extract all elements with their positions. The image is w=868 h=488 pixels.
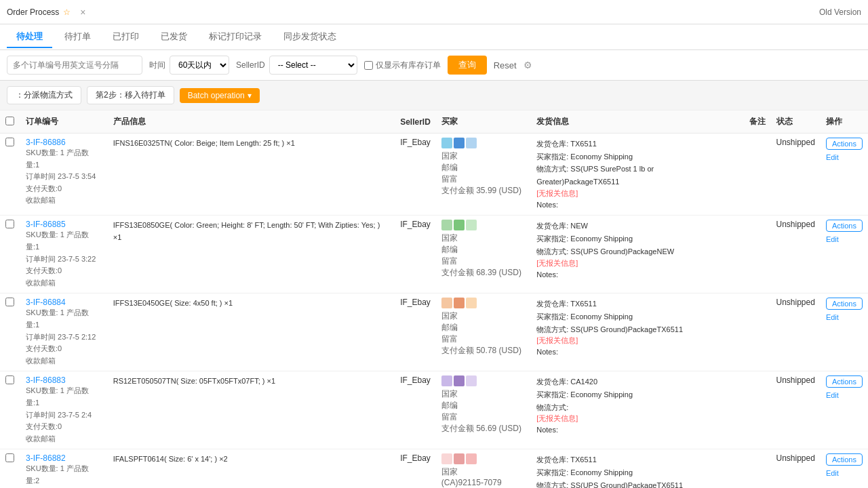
row-order-info: 3-IF-86884 SKU数量: 1 产品数量:1 订单时间 23-7-5 2… <box>20 293 108 371</box>
time-select[interactable]: 60天以内 30天以内 15天以内 7天以内 <box>170 56 229 75</box>
row-checkbox-cell <box>0 371 20 449</box>
order-number-input[interactable] <box>7 56 142 75</box>
tab-待打单[interactable]: 待打单 <box>55 26 100 48</box>
row-seller-id: IF_Ebay <box>395 371 436 449</box>
tab-同步发货状态[interactable]: 同步发货状态 <box>274 26 346 48</box>
row-checkbox[interactable] <box>5 298 14 306</box>
buyer-country: 国家 <box>441 310 526 322</box>
row-shipping-info: 发货仓库: TX6511 买家指定: Economy Shipping 物流方式… <box>531 134 743 216</box>
orders-table: 订单编号 产品信息 SellerID 买家 发货信息 备注 状态 操作 3-IF… <box>0 110 868 488</box>
row-buyer: 国家 邮编 留富 支付金额 56.69 (USD) <box>436 371 531 449</box>
seller-id-label: SellerID <box>236 60 265 70</box>
seller-id-select[interactable]: -- Select -- <box>269 56 357 75</box>
buyer-postal: 邮编 <box>441 322 526 333</box>
header-product-info: 产品信息 <box>108 110 395 134</box>
shipping-method-info: 物流方式: SS(UPS Ground)PackageTX6511 <box>536 479 738 488</box>
step2-label[interactable]: 第2步：移入待打单 <box>87 86 174 104</box>
header-order-number: 订单编号 <box>20 110 108 134</box>
actions-button[interactable]: Actions <box>826 375 863 388</box>
row-product: IFFS13E0850GE( Color: Green; Height: 8' … <box>108 216 395 293</box>
avatar-block <box>441 220 452 230</box>
order-id-link[interactable]: 3-IF-86882 <box>26 453 66 463</box>
buyer-postal: 邮编 <box>441 162 526 174</box>
star-icon[interactable]: ☆ <box>63 7 71 17</box>
avatar-block <box>466 298 477 308</box>
header-checkbox-col <box>0 110 20 134</box>
sku-count: SKU数量: 1 产品数量:2 <box>26 463 102 487</box>
avatar-block <box>454 453 465 464</box>
shipping-method-info: 物流方式: SS(UPS Ground)PackageTX6511 <box>536 323 738 336</box>
header-notes: 备注 <box>744 110 771 134</box>
edit-button[interactable]: Edit <box>826 153 839 161</box>
edit-button[interactable]: Edit <box>826 469 839 477</box>
row-product: RS12ET050507TN( Size: 05FTx05FTx07FT; ) … <box>108 371 395 449</box>
actions-button[interactable]: Actions <box>826 453 863 466</box>
row-product: IFALSPFT0614( Size: 6' x 14'; ) ×2 <box>108 449 395 488</box>
buyer-amount: 支付金额 68.39 (USD) <box>441 267 526 279</box>
orders-table-container: 订单编号 产品信息 SellerID 买家 发货信息 备注 状态 操作 3-IF… <box>0 110 868 488</box>
actions-button[interactable]: Actions <box>826 220 863 232</box>
row-shipping-info: 发货仓库: NEW 买家指定: Economy Shipping 物流方式: S… <box>531 216 743 293</box>
row-buyer: 国家 邮编 留富 支付金额 68.39 (USD) <box>436 216 531 293</box>
search-button[interactable]: 查询 <box>448 56 487 75</box>
tab-已打印[interactable]: 已打印 <box>103 26 149 48</box>
order-id-link[interactable]: 3-IF-86885 <box>26 220 66 229</box>
close-icon[interactable]: × <box>80 7 85 18</box>
avatar-block <box>441 138 452 148</box>
window-title: Order Process ☆ × <box>7 7 86 18</box>
batch-operation-button[interactable]: Batch operation ▾ <box>180 88 260 103</box>
edit-button[interactable]: Edit <box>826 313 839 321</box>
header-buyer: 买家 <box>436 110 531 134</box>
tab-待处理[interactable]: 待处理 <box>7 26 52 48</box>
row-status: Unshipped <box>771 134 821 216</box>
buyer-amount: 支付金额 50.78 (USD) <box>441 345 526 357</box>
actions-button[interactable]: Actions <box>826 138 863 150</box>
advanced-filter-icon[interactable]: ⚙ <box>524 60 532 70</box>
buyer-country: 国家 <box>441 150 526 162</box>
seller-type-info: 买家指定: Economy Shipping <box>536 310 738 323</box>
row-checkbox-cell <box>0 449 20 488</box>
select-all-checkbox[interactable] <box>5 117 14 125</box>
header-seller-id: SellerID <box>395 110 436 134</box>
status-badge: Unshipped <box>776 453 815 463</box>
stock-checkbox[interactable] <box>364 61 373 70</box>
row-shipping-info: 发货仓库: TX6511 买家指定: Economy Shipping 物流方式… <box>531 293 743 371</box>
row-seller-id: IF_Ebay <box>395 216 436 293</box>
buyer-currency: 留富 <box>441 411 526 423</box>
actions-button[interactable]: Actions <box>826 298 863 310</box>
seller-type-info: 买家指定: Economy Shipping <box>536 388 738 401</box>
batch-label: Batch operation <box>188 91 245 100</box>
avatar-block <box>454 375 465 386</box>
shipping-method-info: 物流方式: SS(UPS Ground)PackageNEW <box>536 245 738 258</box>
buyer-avatar <box>441 453 477 464</box>
edit-button[interactable]: Edit <box>826 235 839 243</box>
order-time: 订单时间 23-7-5 2:4 <box>26 409 102 422</box>
row-checkbox[interactable] <box>5 220 14 228</box>
row-checkbox[interactable] <box>5 453 14 462</box>
seller-type-info: 买家指定: Economy Shipping <box>536 232 738 245</box>
order-id-link[interactable]: 3-IF-86883 <box>26 375 66 385</box>
tab-已发货[interactable]: 已发货 <box>151 26 197 48</box>
reset-button[interactable]: Reset <box>494 60 517 70</box>
edit-button[interactable]: Edit <box>826 391 839 399</box>
no-info-label: [无报关信息] <box>536 258 738 268</box>
row-seller-id: IF_Ebay <box>395 449 436 488</box>
sku-count: SKU数量: 1 产品数量:1 <box>26 229 102 253</box>
time-label: 时间 <box>149 60 165 71</box>
seller-id-value: IF_Ebay <box>400 220 431 229</box>
row-notes <box>744 293 771 371</box>
status-badge: Unshipped <box>776 375 815 385</box>
tab-标记打印记录[interactable]: 标记打印记录 <box>199 26 271 48</box>
payment-days: 支付天数:0 <box>26 183 102 195</box>
avatar-block <box>466 220 477 230</box>
row-shipping-info: 发货仓库: CA1420 买家指定: Economy Shipping 物流方式… <box>531 371 743 449</box>
row-actions: Actions Edit <box>821 293 868 371</box>
row-order-info: 3-IF-86885 SKU数量: 1 产品数量:1 订单时间 23-7-5 3… <box>20 216 108 293</box>
row-checkbox[interactable] <box>5 375 14 384</box>
address-info: 收款邮箱 <box>26 433 102 445</box>
sku-count: SKU数量: 1 产品数量:1 <box>26 147 102 171</box>
row-checkbox[interactable] <box>5 138 14 146</box>
order-id-link[interactable]: 3-IF-86884 <box>26 298 66 307</box>
order-id-link[interactable]: 3-IF-86886 <box>26 138 66 147</box>
buyer-details: 国家 邮编 留富 支付金额 50.78 (USD) <box>441 310 526 357</box>
